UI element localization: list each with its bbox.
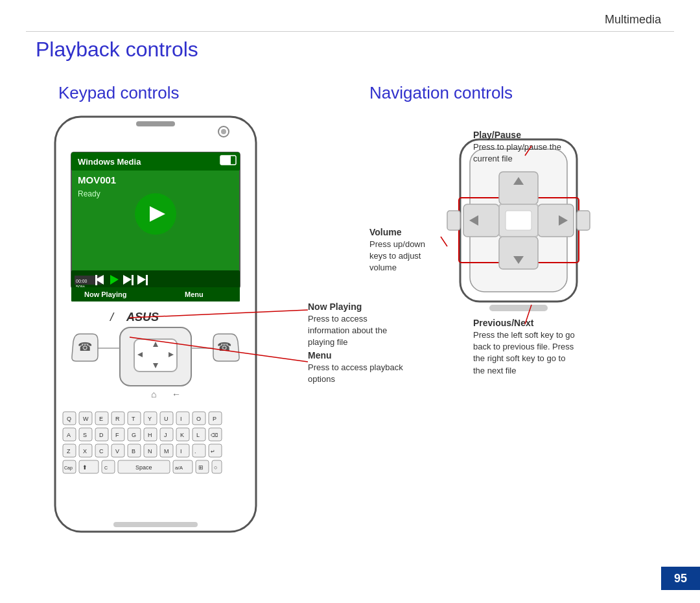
svg-text:S: S — [83, 432, 87, 438]
svg-text:⌂: ⌂ — [151, 389, 156, 399]
svg-text:Space: Space — [135, 464, 152, 471]
svg-text:B: B — [132, 448, 135, 455]
svg-text:U: U — [164, 416, 169, 422]
menu-title: Menu — [308, 350, 403, 361]
svg-text:C: C — [99, 448, 104, 455]
svg-text:E: E — [99, 416, 103, 422]
svg-text:Cap: Cap — [64, 466, 73, 471]
svg-text:P: P — [213, 416, 216, 422]
svg-text:T: T — [132, 416, 135, 422]
svg-text:D: D — [99, 432, 104, 438]
svg-text:←: ← — [172, 389, 181, 399]
annotation-menu: Menu Press to access playbackoptions — [308, 350, 403, 385]
svg-text:Menu: Menu — [185, 290, 204, 298]
svg-text:N: N — [148, 448, 152, 455]
svg-text:M: M — [164, 448, 169, 455]
svg-text:C: C — [104, 466, 108, 470]
svg-text:Ready: Ready — [78, 189, 100, 198]
svg-text:.: . — [194, 448, 196, 455]
svg-text:☎: ☎ — [78, 340, 92, 353]
svg-point-3 — [221, 129, 226, 134]
prev-next-title: Previous/Next — [473, 318, 575, 328]
svg-text:X: X — [83, 448, 87, 455]
svg-rect-8 — [220, 156, 231, 165]
svg-text:K: K — [180, 432, 184, 438]
svg-rect-128 — [506, 211, 531, 230]
svg-text:F: F — [115, 432, 119, 438]
annotation-volume: Volume Press up/downkeys to adjustvolume — [369, 227, 425, 274]
svg-text:W: W — [83, 416, 89, 422]
page-number: 95 — [661, 567, 700, 590]
svg-text:Z: Z — [67, 448, 71, 455]
svg-text:a/A: a/A — [175, 465, 183, 471]
menu-text: Press to access playbackoptions — [308, 362, 403, 385]
svg-text:00:00: 00:00 — [76, 279, 88, 283]
play-pause-title: Play/Pause — [473, 130, 561, 140]
play-pause-text: Press to play/pause thecurrent file — [473, 141, 561, 165]
svg-text:V: V — [115, 448, 119, 455]
prev-next-text: Press the left soft key to goback to pre… — [473, 329, 575, 377]
svg-text:J: J — [164, 432, 167, 438]
multimedia-label: Multimedia — [605, 13, 661, 27]
svg-rect-121 — [499, 237, 538, 269]
annotation-prev-next: Previous/Next Press the left soft key to… — [473, 318, 575, 377]
svg-rect-1 — [136, 121, 175, 126]
svg-text:○: ○ — [214, 464, 217, 471]
annotation-play-pause: Play/Pause Press to play/pause thecurren… — [473, 130, 561, 165]
svg-rect-23 — [146, 275, 148, 285]
svg-rect-119 — [499, 172, 538, 204]
svg-rect-95 — [176, 444, 189, 457]
svg-rect-115 — [113, 522, 198, 527]
nav-title: Navigation controls — [369, 83, 513, 103]
svg-text:Y: Y — [148, 416, 152, 422]
svg-rect-123 — [463, 204, 499, 237]
svg-text:ASUS: ASUS — [126, 311, 159, 324]
svg-text:⊞: ⊞ — [198, 464, 204, 471]
svg-rect-105 — [102, 460, 115, 473]
svg-rect-131 — [489, 305, 548, 311]
svg-text:Now Playing: Now Playing — [84, 290, 126, 298]
keypad-title: Keypad controls — [58, 83, 179, 103]
svg-rect-18 — [95, 275, 97, 285]
svg-text:Windows Media: Windows Media — [78, 157, 141, 167]
svg-rect-55 — [176, 412, 189, 425]
svg-text:I: I — [180, 416, 182, 422]
volume-text: Press up/downkeys to adjustvolume — [369, 239, 425, 274]
top-rule — [26, 31, 674, 32]
svg-text:O: O — [196, 416, 201, 422]
main-title: Playback controls — [36, 38, 198, 62]
svg-rect-129 — [447, 211, 460, 230]
svg-text:G: G — [132, 432, 136, 438]
svg-text:⌫: ⌫ — [211, 432, 218, 438]
now-playing-title: Now Playing — [308, 302, 387, 312]
annotation-now-playing: Now Playing Press to accessinformation a… — [308, 302, 387, 349]
svg-text:☎: ☎ — [217, 340, 231, 353]
svg-rect-21 — [132, 275, 134, 285]
svg-text:A: A — [67, 432, 71, 438]
svg-rect-125 — [538, 204, 574, 237]
svg-text:↵: ↵ — [211, 449, 215, 455]
now-playing-text: Press to accessinformation about theplay… — [308, 313, 387, 349]
svg-text:MOV001: MOV001 — [78, 174, 116, 185]
svg-text:Q: Q — [67, 416, 71, 422]
svg-text:H: H — [148, 432, 152, 438]
svg-text:L: L — [196, 432, 200, 438]
svg-text:I: I — [180, 448, 182, 455]
volume-title: Volume — [369, 227, 425, 237]
svg-text:R: R — [115, 416, 120, 422]
phone-illustration: Windows Media MOV001 Ready 00:00 50% — [36, 113, 282, 554]
svg-text:⬆: ⬆ — [82, 464, 88, 471]
svg-rect-130 — [577, 211, 590, 230]
